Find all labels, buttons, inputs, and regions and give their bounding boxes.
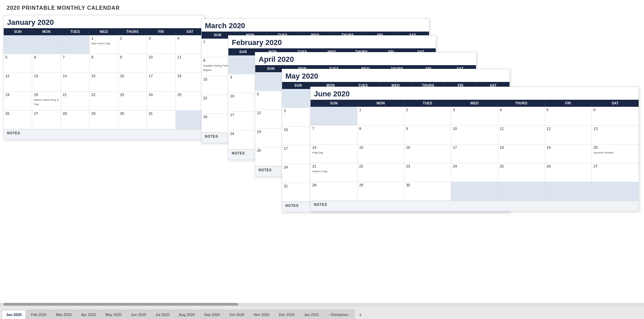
tab-jan-2021[interactable]: Jan 2021 [300,310,323,319]
jan-cell-3: 3 [147,35,175,54]
jan-row-4: 19 20Martin Luther King Jr Day 21 22 23 … [4,92,204,110]
jan-cell-17: 17 [147,73,175,91]
tab-jun-2020[interactable]: Jun 2020 [126,310,150,319]
jan-hdr-sun: SUN [4,28,32,35]
jan-cell-5: 5 [4,54,32,73]
jan-cell-16: 16 [118,73,147,91]
jan-cell-31: 31 [147,110,175,129]
jan-cell-21: 21 [61,92,90,110]
may-title: May 2020 [282,69,509,82]
january-notes: NOTES [4,129,204,139]
jan-cell-22: 22 [90,92,118,110]
tab-sep-2020[interactable]: Sep 2020 [200,310,224,319]
jan-hdr-tue: TUES [61,28,90,35]
tab-aug-2020[interactable]: Aug 2020 [174,310,199,319]
jan-hdr-thu: THURS [118,28,147,35]
jan-cell-15: 15 [90,73,118,91]
jan-row-3: 12 13 14 15 16 17 18 [4,73,204,92]
jan-cell-1: 1New Year's Day [90,35,118,54]
january-header: SUN MON TUES WED THURS FRI SAT [4,28,204,35]
jan-cell-27: 27 [32,110,61,129]
april-title: April 2020 [255,52,476,65]
tab-bar: Jan 2020 Feb 2020 Mar 2020 Apr 2020 May … [0,306,644,319]
jan-cell-13: 13 [32,73,61,91]
jan-cell-empty3 [61,35,90,54]
march-title: March 2020 [202,19,429,32]
february-title: February 2020 [228,36,436,48]
jan-row-5: 26 27 28 29 30 31 [4,110,204,129]
jan-cell-7: 7 [61,54,90,73]
page-title: 2020 PRINTABLE MONTHLY CALENDAR [7,5,637,11]
horizontal-scrollbar[interactable] [0,303,644,306]
tab-mar-2020[interactable]: Mar 2020 [52,310,76,319]
jan-cell-30: 30 [118,110,147,129]
jan-cell-23: 23 [118,92,147,110]
main-container: 2020 PRINTABLE MONTHLY CALENDAR January … [0,0,644,306]
jan-cell-20: 20Martin Luther King Jr Day [32,92,61,110]
jan-hdr-sat: SAT [176,28,204,35]
june-header: SUN MON TUES WED THURS FRI SAT [311,100,639,107]
tab-feb-2020[interactable]: Feb 2020 [26,310,51,319]
jan-cell-18: 18 [176,73,204,91]
jan-cell-11: 11 [176,54,204,73]
calendar-january: January 2020 SUN MON TUES WED THURS FRI … [3,15,205,140]
june-notes: NOTES [311,201,639,211]
jan-cell-12: 12 [4,73,32,91]
jan-hdr-fri: FRI [147,28,175,35]
scroll-thumb[interactable] [3,303,238,306]
tab-nov-2020[interactable]: Nov 2020 [249,310,274,319]
calendar-june: June 2020 SUN MON TUES WED THURS FRI SAT… [310,87,639,211]
january-title: January 2020 [4,15,204,28]
jan-cell-29: 29 [90,110,118,129]
tab-apr-2020[interactable]: Apr 2020 [76,310,100,319]
jan-cell-empty2 [32,35,61,54]
jan-cell-19: 19 [4,92,32,110]
jan-cell-25: 25 [176,92,204,110]
jan-hdr-wed: WED [90,28,118,35]
jan-cell-6: 6 [32,54,61,73]
jan-cell-26: 26 [4,110,32,129]
add-tab-button[interactable]: + [356,311,364,319]
jan-cell-9: 9 [118,54,147,73]
jan-cell-14: 14 [61,73,90,91]
jan-cell-empty1 [4,35,32,54]
tab-dec-2020[interactable]: Dec 2020 [274,310,299,319]
jan-cell-2: 2 [118,35,147,54]
jan-row-2: 5 6 7 8 9 10 11 [4,54,204,73]
jan-cell-28: 28 [61,110,90,129]
jan-row-1: 1New Year's Day 2 3 4 [4,35,204,54]
jan-cell-4: 4 [176,35,204,54]
jan-cell-8: 8 [90,54,118,73]
tab-jul-2020[interactable]: Jul 2020 [151,310,174,319]
jan-hdr-mon: MON [32,28,61,35]
tab-may-2020[interactable]: May 2020 [101,310,126,319]
tab-disclaimer[interactable]: - Disclaimer - [324,310,355,319]
june-title: June 2020 [311,87,639,100]
tab-oct-2020[interactable]: Oct 2020 [225,310,249,319]
jan-cell-10: 10 [147,54,175,73]
tab-jan-2020[interactable]: Jan 2020 [2,310,26,319]
feb-hdr-sun: SUN [228,48,258,55]
jan-cell-24: 24 [147,92,175,110]
jan-cell-empty-end [176,110,204,129]
